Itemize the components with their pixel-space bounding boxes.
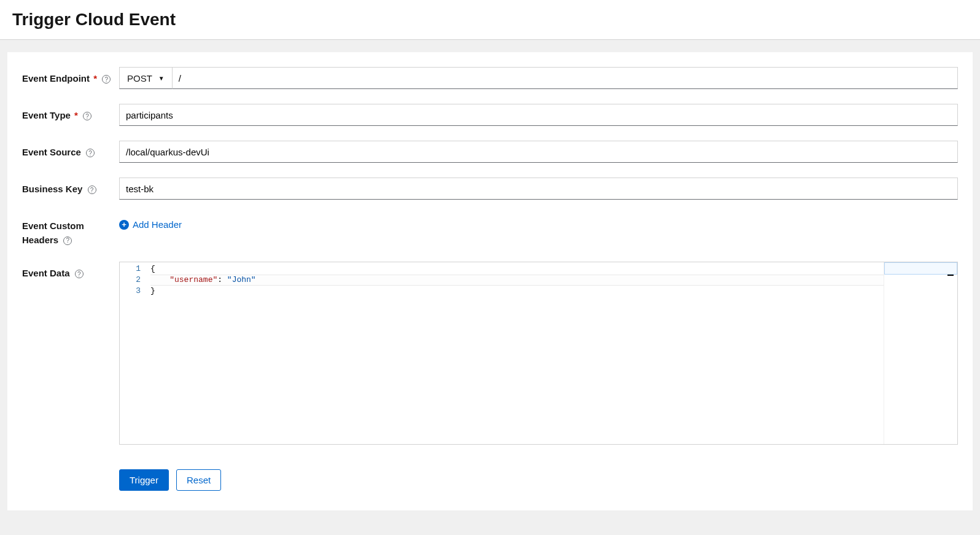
brace-close: } — [150, 286, 155, 295]
event-type-control — [119, 104, 958, 126]
colon: : — [217, 275, 227, 284]
custom-headers-control: + Add Header — [119, 214, 958, 235]
page-header: Trigger Cloud Event — [0, 0, 980, 40]
content-wrap: Event Endpoint * ? POST ▼ Event Type * ? — [0, 40, 980, 523]
help-icon[interactable]: ? — [83, 112, 91, 120]
reset-button[interactable]: Reset — [176, 469, 221, 491]
label-event-source: Event Source ? — [22, 141, 119, 160]
label-event-type: Event Type * ? — [22, 104, 119, 123]
button-row: Trigger Reset — [119, 469, 958, 491]
http-method-select[interactable]: POST ▼ — [119, 67, 173, 89]
add-header-button[interactable]: + Add Header — [119, 214, 182, 235]
http-method-value: POST — [127, 73, 152, 84]
label-business-key: Business Key ? — [22, 178, 119, 197]
help-icon[interactable]: ? — [102, 75, 111, 84]
label-text-event-source: Event Source — [22, 147, 81, 157]
code-editor-inner: 1 2 3 { "username": "John" } — [120, 262, 957, 444]
label-text-event-type: Event Type — [22, 110, 71, 120]
code-line-3: } — [150, 286, 884, 297]
minimap-cursor-icon — [947, 275, 954, 276]
help-icon[interactable]: ? — [86, 149, 95, 157]
json-key-username: "username" — [169, 275, 217, 284]
code-minimap[interactable] — [884, 262, 957, 444]
row-event-source: Event Source ? — [22, 141, 958, 163]
business-key-control — [119, 178, 958, 200]
event-type-input[interactable] — [119, 104, 958, 126]
event-data-editor[interactable]: 1 2 3 { "username": "John" } — [119, 262, 958, 445]
endpoint-path-input[interactable] — [173, 67, 958, 89]
required-marker: * — [74, 110, 78, 120]
minimap-slider[interactable] — [884, 262, 957, 275]
json-val-john: "John" — [227, 275, 256, 284]
help-icon[interactable]: ? — [75, 270, 84, 278]
label-custom-headers: Event Custom Headers ? — [22, 214, 119, 247]
form-card: Event Endpoint * ? POST ▼ Event Type * ? — [7, 52, 973, 510]
required-marker: * — [93, 73, 97, 84]
add-header-label: Add Header — [133, 219, 182, 230]
label-event-endpoint: Event Endpoint * ? — [22, 67, 119, 86]
brace-open: { — [150, 264, 155, 273]
row-custom-headers: Event Custom Headers ? + Add Header — [22, 214, 958, 247]
gutter-line-3: 3 — [120, 286, 150, 297]
row-event-type: Event Type * ? — [22, 104, 958, 126]
indent — [150, 275, 169, 284]
row-event-data: Event Data ? 1 2 3 { "username": "John" … — [22, 262, 958, 445]
code-gutter: 1 2 3 — [120, 262, 150, 444]
label-text-custom-headers: Event Custom Headers — [22, 221, 84, 245]
event-source-input[interactable] — [119, 141, 958, 163]
business-key-input[interactable] — [119, 178, 958, 200]
page-title: Trigger Cloud Event — [12, 10, 968, 29]
help-icon[interactable]: ? — [88, 185, 96, 194]
caret-down-icon: ▼ — [158, 75, 165, 82]
gutter-line-2: 2 — [120, 275, 150, 286]
label-text-event-data: Event Data — [22, 268, 70, 278]
event-source-control — [119, 141, 958, 163]
row-business-key: Business Key ? — [22, 178, 958, 200]
trigger-button[interactable]: Trigger — [119, 469, 169, 491]
help-icon[interactable]: ? — [63, 236, 72, 245]
code-line-2: "username": "John" — [150, 275, 884, 286]
code-line-1: { — [150, 264, 884, 275]
code-lines[interactable]: { "username": "John" } — [150, 262, 884, 444]
label-text-event-endpoint: Event Endpoint — [22, 73, 90, 84]
label-text-business-key: Business Key — [22, 184, 82, 194]
endpoint-controls: POST ▼ — [119, 67, 958, 89]
plus-circle-icon: + — [119, 220, 129, 230]
row-event-endpoint: Event Endpoint * ? POST ▼ — [22, 67, 958, 89]
label-event-data: Event Data ? — [22, 262, 119, 281]
gutter-line-1: 1 — [120, 264, 150, 275]
